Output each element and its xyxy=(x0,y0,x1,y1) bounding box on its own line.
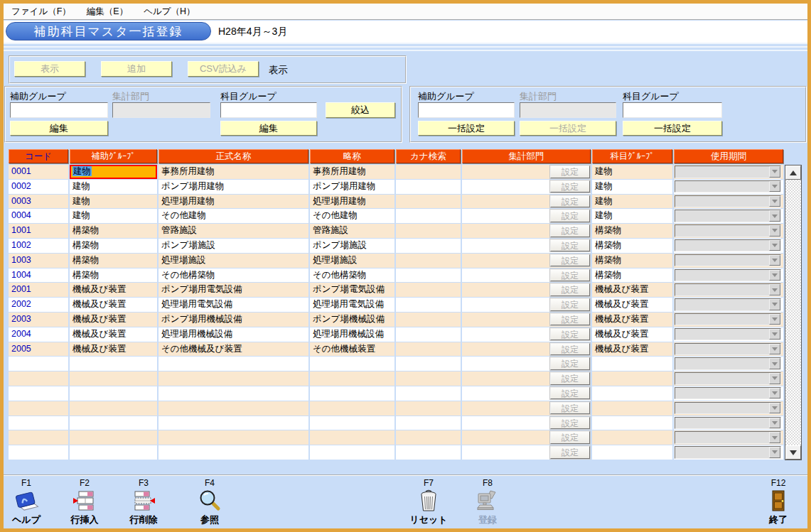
shukei-bumon-cell[interactable]: 設定 xyxy=(462,239,591,253)
narrow-down-button[interactable]: 絞込 xyxy=(326,102,395,118)
usage-period-select[interactable] xyxy=(675,269,781,282)
usage-period-cell[interactable] xyxy=(674,342,783,357)
formal-name-cell[interactable] xyxy=(159,357,308,371)
formal-name-cell[interactable] xyxy=(159,386,308,401)
kamoku-group-cell[interactable]: 建物 xyxy=(592,209,672,223)
hojo-group-cell[interactable]: 建物 xyxy=(70,180,157,194)
usage-period-cell[interactable] xyxy=(674,268,783,283)
usage-period-cell[interactable] xyxy=(674,313,783,327)
header-hojo-group[interactable]: 補助ｸﾞﾙｰﾌﾟ xyxy=(70,149,157,163)
usage-period-select[interactable] xyxy=(675,431,781,444)
hojo-group-cell[interactable]: 構築物 xyxy=(70,268,157,283)
edit-kamoku-group-button[interactable]: 編集 xyxy=(220,121,317,136)
chevron-down-icon[interactable] xyxy=(769,284,780,295)
shukei-bumon-cell[interactable]: 設定 xyxy=(462,209,591,223)
chevron-down-icon[interactable] xyxy=(769,240,780,251)
usage-period-select[interactable] xyxy=(675,283,781,296)
kamoku-group-cell[interactable] xyxy=(592,430,672,445)
kana-search-cell[interactable] xyxy=(396,195,461,209)
filter-shukei-bumon-input[interactable] xyxy=(112,102,210,118)
header-kamoku-group[interactable]: 科目ｸﾞﾙｰﾌﾟ xyxy=(592,149,672,163)
set-button[interactable]: 設定 xyxy=(550,431,590,444)
chevron-down-icon[interactable] xyxy=(769,373,780,384)
filter-hojo-group-input[interactable] xyxy=(10,102,108,118)
short-name-cell[interactable]: その他機械装置 xyxy=(310,342,394,357)
short-name-cell[interactable] xyxy=(310,416,394,430)
short-name-cell[interactable]: 事務所用建物 xyxy=(310,165,394,179)
usage-period-cell[interactable] xyxy=(674,298,783,312)
kamoku-group-cell[interactable] xyxy=(592,386,672,401)
formal-name-cell[interactable] xyxy=(159,430,308,445)
toolbar-exit-button[interactable]: F12 終了 xyxy=(756,478,801,526)
menu-edit[interactable]: 編集（E） xyxy=(79,6,136,18)
kamoku-group-cell[interactable]: 建物 xyxy=(592,165,672,179)
toolbar-register-button[interactable]: F8 登録 xyxy=(465,478,510,526)
usage-period-cell[interactable] xyxy=(674,283,783,297)
hojo-group-cell[interactable] xyxy=(70,416,157,430)
usage-period-select[interactable] xyxy=(675,402,781,415)
short-name-cell[interactable]: ポンプ場電気設備 xyxy=(310,283,394,297)
short-name-cell[interactable]: ポンプ場機械設備 xyxy=(310,313,394,327)
formal-name-cell[interactable]: その他構築物 xyxy=(159,268,308,283)
hojo-group-cell[interactable]: 構築物 xyxy=(70,239,157,253)
short-name-cell[interactable] xyxy=(310,371,394,386)
code-cell[interactable]: 0002 xyxy=(9,180,68,194)
shukei-bumon-cell[interactable]: 設定 xyxy=(462,165,591,179)
batch-hojo-group-input[interactable] xyxy=(418,102,515,118)
kana-search-cell[interactable] xyxy=(396,357,461,371)
shukei-bumon-cell[interactable]: 設定 xyxy=(462,401,591,416)
kana-search-cell[interactable] xyxy=(396,401,461,416)
set-button[interactable]: 設定 xyxy=(550,402,590,415)
header-short-name[interactable]: 略称 xyxy=(310,149,394,163)
set-button[interactable]: 設定 xyxy=(550,180,590,193)
kamoku-group-cell[interactable]: 機械及び装置 xyxy=(592,327,672,342)
formal-name-cell[interactable] xyxy=(159,445,308,460)
formal-name-cell[interactable]: ポンプ場施設 xyxy=(159,239,308,253)
shukei-bumon-cell[interactable]: 設定 xyxy=(462,254,591,268)
shukei-bumon-cell[interactable]: 設定 xyxy=(462,298,591,312)
kamoku-group-cell[interactable]: 構築物 xyxy=(592,239,672,253)
kana-search-cell[interactable] xyxy=(396,298,461,312)
toolbar-delete-row-button[interactable]: F3 行削除 xyxy=(121,478,166,526)
set-button[interactable]: 設定 xyxy=(550,313,590,326)
kana-search-cell[interactable] xyxy=(396,254,461,268)
kamoku-group-cell[interactable]: 機械及び装置 xyxy=(592,342,672,357)
shukei-bumon-cell[interactable]: 設定 xyxy=(462,327,591,342)
usage-period-cell[interactable] xyxy=(674,195,783,209)
set-button[interactable]: 設定 xyxy=(550,210,590,222)
short-name-cell[interactable]: 処理場施設 xyxy=(310,254,394,268)
kana-search-cell[interactable] xyxy=(396,313,461,327)
short-name-cell[interactable]: その他建物 xyxy=(310,209,394,223)
formal-name-cell[interactable] xyxy=(159,416,308,430)
code-cell[interactable] xyxy=(9,401,68,416)
short-name-cell[interactable]: 処理場用機械設備 xyxy=(310,327,394,342)
usage-period-cell[interactable] xyxy=(674,416,783,430)
hojo-group-cell[interactable] xyxy=(70,430,157,445)
chevron-down-icon[interactable] xyxy=(769,329,780,340)
usage-period-cell[interactable] xyxy=(674,371,783,386)
chevron-down-icon[interactable] xyxy=(769,255,780,266)
set-button[interactable]: 設定 xyxy=(550,387,590,400)
add-button[interactable]: 追加 xyxy=(101,61,172,77)
menu-file[interactable]: ファイル（F） xyxy=(4,6,79,18)
csv-import-button[interactable]: CSV読込み xyxy=(188,61,259,77)
header-shukei-bumon[interactable]: 集計部門 xyxy=(462,149,591,163)
usage-period-cell[interactable] xyxy=(674,445,783,460)
kana-search-cell[interactable] xyxy=(396,239,461,253)
set-button[interactable]: 設定 xyxy=(550,446,590,459)
usage-period-cell[interactable] xyxy=(674,209,783,223)
code-cell[interactable]: 2002 xyxy=(9,298,68,312)
kana-search-cell[interactable] xyxy=(396,327,461,342)
formal-name-cell[interactable]: その他機械及び装置 xyxy=(159,342,308,357)
short-name-cell[interactable]: その他構築物 xyxy=(310,268,394,283)
chevron-down-icon[interactable] xyxy=(769,358,780,369)
formal-name-cell[interactable]: その他建物 xyxy=(159,209,308,223)
shukei-bumon-cell[interactable]: 設定 xyxy=(462,224,591,238)
kamoku-group-cell[interactable] xyxy=(592,445,672,460)
usage-period-cell[interactable] xyxy=(674,224,783,238)
code-cell[interactable] xyxy=(9,386,68,401)
scroll-down-button[interactable] xyxy=(785,445,801,460)
formal-name-cell[interactable]: ポンプ場用建物 xyxy=(159,180,308,194)
hojo-group-cell[interactable] xyxy=(70,357,157,371)
hojo-group-cell[interactable]: 構築物 xyxy=(70,224,157,238)
